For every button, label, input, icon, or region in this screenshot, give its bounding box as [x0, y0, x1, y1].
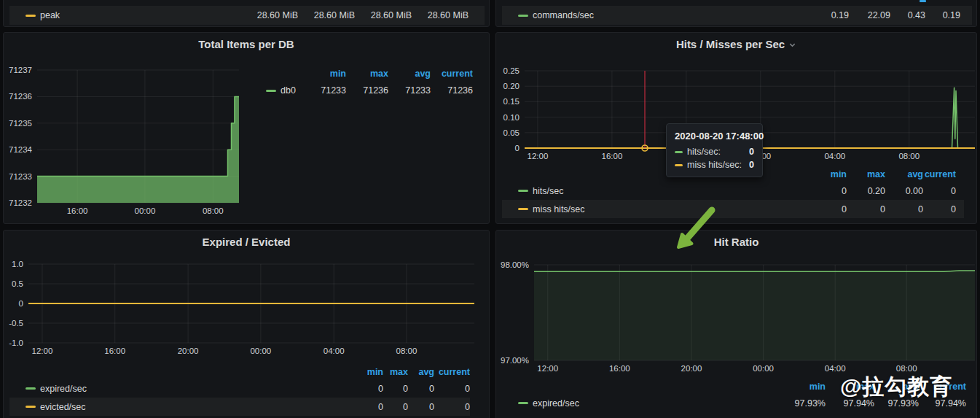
- legend-header-avg[interactable]: avg: [885, 169, 923, 179]
- legend-header-row: min max avg current: [246, 66, 473, 81]
- legend-value: 0: [408, 384, 434, 394]
- y-axis-tick-label: 71232: [9, 198, 32, 208]
- expired-evicted-plot[interactable]: 1.00.50-0.5-1.012:0016:0020:0000:0004:00…: [28, 264, 474, 343]
- x-axis-tick-label: 08:00: [396, 347, 418, 355]
- y-axis-tick-label: 71237: [9, 65, 32, 75]
- legend-value: 0: [885, 204, 923, 214]
- legend-value: 22.09: [849, 10, 890, 20]
- expired-evicted-legend: min max avg current expired/sec 0 0 0 0 …: [9, 365, 470, 416]
- legend-series-toggle-expired[interactable]: expired/sec: [9, 384, 354, 394]
- panel-commands-cropped: commands/sec 0.19 22.09 0.43 0.19: [495, 0, 977, 27]
- legend-value: 0.20: [847, 186, 885, 196]
- legend-header-avg[interactable]: avg: [388, 69, 431, 79]
- legend-row-db0: db0 71233 71236 71233 71236: [246, 81, 473, 100]
- legend-value: 0: [383, 402, 408, 412]
- legend-series-toggle-commands[interactable]: commands/sec: [502, 10, 812, 20]
- legend-header-current[interactable]: current: [431, 69, 473, 79]
- series-color-dash-icon: [266, 90, 276, 92]
- panel-title[interactable]: Hit Ratio: [496, 236, 976, 248]
- series-color-dash-icon: [26, 406, 36, 408]
- legend-value: 28.60 MiB: [412, 10, 469, 20]
- legend-series-toggle-hits[interactable]: hits/sec: [502, 186, 810, 196]
- legend-value: 0.19: [925, 10, 960, 20]
- legend-value: 0: [434, 384, 470, 394]
- legend-series-label: peak: [40, 10, 60, 20]
- y-axis-tick-label: 0: [19, 298, 23, 309]
- tooltip-row: hits/sec: 0: [675, 147, 754, 157]
- legend-header-current[interactable]: current: [434, 367, 470, 377]
- chart-tooltip: 2020-08-20 17:48:00 hits/sec: 0 miss hit…: [666, 123, 763, 177]
- legend-value: 71233: [304, 85, 346, 96]
- y-axis-tick-label: -1.0: [9, 338, 23, 348]
- series-color-dash-icon: [518, 15, 528, 17]
- legend-header-max[interactable]: max: [346, 69, 388, 79]
- x-axis-tick-label: 08:00: [898, 152, 920, 160]
- legend-header-min[interactable]: min: [354, 367, 383, 377]
- x-axis-tick-label: 00:00: [250, 347, 271, 355]
- legend-header-avg[interactable]: avg: [408, 367, 434, 377]
- tooltip-row: miss hits/sec: 0: [675, 160, 754, 170]
- legend-value: 71236: [431, 85, 473, 96]
- legend-row-hits: hits/sec 0 0.20 0.00 0: [502, 182, 964, 200]
- x-axis-tick-label: 04:00: [824, 152, 845, 160]
- y-axis-tick-label: 0.5: [12, 279, 23, 289]
- legend-value: 0: [383, 384, 408, 394]
- panel-title[interactable]: Hits / Misses per Sec: [496, 38, 976, 50]
- legend-value: 28.60 MiB: [241, 10, 298, 20]
- x-axis-tick-label: 16:00: [67, 206, 88, 215]
- legend-header-row: min max avg current: [9, 365, 470, 379]
- legend-row-miss-hits: miss hits/sec 0 0 0 0: [502, 200, 964, 218]
- legend-value: 0: [847, 204, 885, 214]
- x-axis-tick-label: 12:00: [32, 347, 53, 355]
- x-axis-tick-label: 00:00: [753, 364, 774, 373]
- legend-header-min[interactable]: min: [810, 169, 847, 179]
- legend-value: 28.60 MiB: [298, 10, 355, 20]
- y-axis-tick-label: 0.05: [503, 128, 520, 138]
- x-axis-tick-label: 20:00: [178, 347, 199, 355]
- legend-value: 71233: [388, 85, 431, 96]
- total-items-plot[interactable]: 71237712367123571234712337123216:0000:00…: [37, 70, 239, 203]
- y-axis-tick-label: -0.5: [9, 318, 23, 328]
- y-axis-tick-label: 71233: [9, 171, 32, 182]
- legend-header-current[interactable]: current: [923, 169, 956, 179]
- grafana-dashboard: peak 28.60 MiB 28.60 MiB 28.60 MiB 28.60…: [0, 0, 980, 418]
- legend-header-max[interactable]: max: [847, 169, 885, 179]
- legend-series-toggle-evicted[interactable]: evicted/sec: [9, 402, 354, 412]
- panel-title[interactable]: Expired / Evicted: [4, 236, 489, 248]
- x-axis-tick-label: 20:00: [681, 364, 702, 373]
- legend-series-toggle-db0[interactable]: db0: [246, 85, 304, 96]
- legend-value: 28.60 MiB: [355, 10, 412, 20]
- cropped-legend-header-artifact: [920, 0, 926, 2]
- chevron-down-icon: [788, 41, 796, 49]
- legend-row-evicted: evicted/sec 0 0 0 0: [9, 398, 470, 416]
- legend-series-toggle-peak[interactable]: peak: [9, 10, 241, 20]
- legend-value: 0.43: [890, 10, 925, 20]
- total-items-legend: min max avg current db0 71233 71236 7123…: [246, 66, 473, 100]
- legend-value: 0: [923, 204, 956, 214]
- legend-series-toggle-expired[interactable]: expired/sec: [502, 398, 782, 409]
- series-color-dash-icon: [675, 151, 683, 153]
- x-axis-tick-label: 04:00: [324, 347, 345, 355]
- legend-header-min[interactable]: min: [304, 69, 346, 79]
- panel-total-items-per-db: Total Items per DB 712377123671235712347…: [3, 32, 490, 224]
- x-axis-tick-label: 12:00: [537, 364, 558, 373]
- y-axis-tick-label: 97.00%: [501, 355, 529, 365]
- x-axis-tick-label: 08:00: [203, 206, 224, 215]
- legend-header-min[interactable]: min: [782, 382, 826, 392]
- x-axis-tick-label: 16:00: [602, 152, 623, 160]
- tooltip-timestamp: 2020-08-20 17:48:00: [675, 131, 754, 142]
- y-axis-tick-label: 71236: [9, 91, 32, 101]
- legend-row-peak: peak 28.60 MiB 28.60 MiB 28.60 MiB 28.60…: [9, 6, 485, 25]
- hit-ratio-plot[interactable]: 98.00%97.00%12:0016:0020:0000:0004:0008:…: [534, 265, 975, 360]
- panel-memory-cropped: peak 28.60 MiB 28.60 MiB 28.60 MiB 28.60…: [3, 0, 490, 27]
- panel-title[interactable]: Total Items per DB: [4, 38, 489, 50]
- legend-header-max[interactable]: max: [383, 367, 408, 377]
- legend-value: 0.19: [812, 10, 849, 20]
- x-axis-tick-label: 00:00: [135, 206, 156, 215]
- y-axis-tick-label: 0.20: [503, 81, 520, 91]
- legend-series-label: commands/sec: [533, 10, 594, 20]
- legend-value: 0: [810, 186, 847, 196]
- legend-series-toggle-miss-hits[interactable]: miss hits/sec: [502, 204, 810, 214]
- series-color-dash-icon: [518, 402, 528, 404]
- series-color-dash-icon: [675, 164, 683, 166]
